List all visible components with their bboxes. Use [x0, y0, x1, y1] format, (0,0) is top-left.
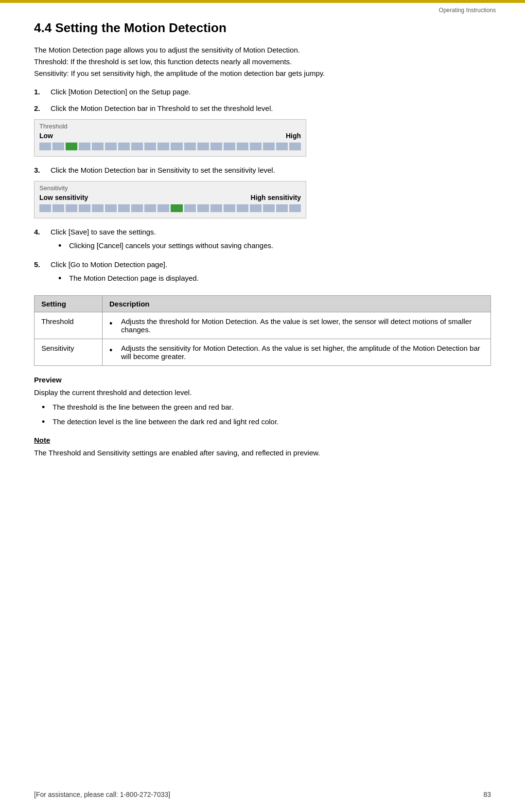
- sensitivity-segment-4[interactable]: [92, 204, 104, 212]
- sensitivity-segment-10[interactable]: [171, 204, 182, 212]
- step-2-num: 2.: [34, 103, 49, 114]
- table-col-setting: Setting: [35, 296, 103, 312]
- note-title: Note: [34, 436, 491, 444]
- sensitivity-segment-0[interactable]: [39, 204, 51, 212]
- threshold-segment-2[interactable]: [66, 143, 77, 150]
- sensitivity-segment-1[interactable]: [52, 204, 64, 212]
- intro-line1: The Motion Detection page allows you to …: [34, 46, 300, 54]
- threshold-low: Low: [39, 132, 53, 140]
- threshold-segment-13[interactable]: [210, 143, 222, 150]
- threshold-segment-5[interactable]: [105, 143, 117, 150]
- sensitivity-desc-text: Adjusts the sensitivity for Motion Detec…: [121, 344, 484, 361]
- sensitivity-segment-13[interactable]: [210, 204, 222, 212]
- sensitivity-segment-14[interactable]: [224, 204, 235, 212]
- threshold-segment-0[interactable]: [39, 143, 51, 150]
- footer-page-number: 83: [483, 791, 491, 798]
- table-cell-threshold-desc: • Adjusts the threshold for Motion Detec…: [103, 312, 491, 339]
- threshold-segment-15[interactable]: [237, 143, 248, 150]
- threshold-segment-17[interactable]: [263, 143, 275, 150]
- sensitivity-segment-12[interactable]: [197, 204, 209, 212]
- sensitivity-segment-11[interactable]: [184, 204, 196, 212]
- sensitivity-segment-18[interactable]: [276, 204, 288, 212]
- note-text: The Threshold and Sensitivity settings a…: [34, 447, 491, 459]
- step-5-text: Click [Go to Motion Detection page].: [51, 260, 167, 269]
- operating-instructions-label: Operating Instructions: [439, 7, 496, 14]
- sensitivity-segment-8[interactable]: [144, 204, 156, 212]
- sensitivity-label: Sensitivity: [39, 184, 301, 192]
- step-4-bullet-1-text: Clicking [Cancel] cancels your settings …: [69, 240, 273, 252]
- threshold-segment-19[interactable]: [289, 143, 301, 150]
- threshold-high: High: [286, 132, 301, 140]
- section-title: 4.4 Setting the Motion Detection: [34, 20, 491, 36]
- sensitivity-low-high: Low sensitivity High sensitivity: [39, 194, 301, 201]
- preview-bullet-2-text: The detection level is the line between …: [52, 416, 279, 428]
- table-cell-threshold-setting: Threshold: [35, 312, 103, 339]
- step-2-text: Click the Motion Detection bar in Thresh…: [51, 103, 491, 114]
- threshold-segment-3[interactable]: [79, 143, 90, 150]
- sensitivity-segment-5[interactable]: [105, 204, 117, 212]
- threshold-segment-10[interactable]: [171, 143, 182, 150]
- intro-line2: Threshold: If the threshold is set low, …: [34, 57, 292, 66]
- note-section: Note The Threshold and Sensitivity setti…: [34, 436, 491, 459]
- step-5: 5. Click [Go to Motion Detection page]. …: [34, 259, 491, 287]
- preview-bullet-1: • The threshold is the line between the …: [42, 401, 491, 414]
- step-5-bullet-1-text: The Motion Detection page is displayed.: [69, 272, 199, 284]
- threshold-segment-9[interactable]: [158, 143, 169, 150]
- threshold-label: Threshold: [39, 123, 301, 130]
- sensitivity-bar-track[interactable]: [39, 203, 301, 213]
- step-5-bullet-1: • The Motion Detection page is displayed…: [58, 272, 491, 285]
- threshold-segment-14[interactable]: [224, 143, 235, 150]
- threshold-segment-7[interactable]: [131, 143, 143, 150]
- threshold-low-high: Low High: [39, 132, 301, 140]
- threshold-desc-text: Adjusts the threshold for Motion Detecti…: [121, 317, 484, 334]
- table-cell-sensitivity-desc: • Adjusts the sensitivity for Motion Det…: [103, 339, 491, 366]
- sensitivity-segment-16[interactable]: [250, 204, 262, 212]
- step-4-bullet-1: • Clicking [Cancel] cancels your setting…: [58, 240, 491, 252]
- sensitivity-segment-6[interactable]: [118, 204, 130, 212]
- threshold-segment-8[interactable]: [144, 143, 156, 150]
- sensitivity-low: Low sensitivity: [39, 194, 88, 201]
- step-3-text: Click the Motion Detection bar in Sensit…: [51, 164, 491, 176]
- preview-bullets: • The threshold is the line between the …: [34, 401, 491, 428]
- threshold-segment-6[interactable]: [118, 143, 130, 150]
- threshold-segment-4[interactable]: [92, 143, 104, 150]
- step-1: 1. Click [Motion Detection] on the Setup…: [34, 86, 491, 98]
- sensitivity-widget[interactable]: Sensitivity Low sensitivity High sensiti…: [34, 181, 306, 218]
- threshold-segment-16[interactable]: [250, 143, 262, 150]
- preview-bullet-1-text: The threshold is the line between the gr…: [52, 401, 233, 413]
- step-3: 3. Click the Motion Detection bar in Sen…: [34, 164, 491, 176]
- sensitivity-segment-15[interactable]: [237, 204, 248, 212]
- step-4-bullets: • Clicking [Cancel] cancels your setting…: [51, 240, 491, 252]
- threshold-segment-12[interactable]: [197, 143, 209, 150]
- sensitivity-segment-7[interactable]: [131, 204, 143, 212]
- section-number: 4.4: [34, 20, 52, 35]
- step-3-num: 3.: [34, 164, 49, 176]
- section-heading: Setting the Motion Detection: [55, 20, 226, 35]
- step-2: 2. Click the Motion Detection bar in Thr…: [34, 103, 491, 114]
- step-5-bullets: • The Motion Detection page is displayed…: [51, 272, 491, 285]
- threshold-segment-1[interactable]: [52, 143, 64, 150]
- step-1-num: 1.: [34, 86, 49, 98]
- threshold-segment-11[interactable]: [184, 143, 196, 150]
- threshold-segment-18[interactable]: [276, 143, 288, 150]
- sensitivity-segment-9[interactable]: [158, 204, 169, 212]
- sensitivity-segment-19[interactable]: [289, 204, 301, 212]
- sensitivity-segment-3[interactable]: [79, 204, 90, 212]
- step-4-num: 4.: [34, 226, 49, 238]
- intro-line3: Sensitivity: If you set sensitivity high…: [34, 69, 325, 77]
- intro-paragraph: The Motion Detection page allows you to …: [34, 44, 491, 79]
- threshold-widget[interactable]: Threshold Low High: [34, 119, 306, 157]
- preview-text: Display the current threshold and detect…: [34, 387, 491, 398]
- preview-bullet-2: • The detection level is the line betwee…: [42, 416, 491, 428]
- step-4-text: Click [Save] to save the settings.: [51, 228, 156, 236]
- table-row: Sensitivity • Adjusts the sensitivity fo…: [35, 339, 491, 366]
- sensitivity-segment-17[interactable]: [263, 204, 275, 212]
- preview-section: Preview Display the current threshold an…: [34, 376, 491, 428]
- table-row: Threshold • Adjusts the threshold for Mo…: [35, 312, 491, 339]
- preview-title: Preview: [34, 376, 491, 384]
- threshold-bar-track[interactable]: [39, 142, 301, 151]
- settings-table: Setting Description Threshold • Adjusts …: [34, 295, 491, 366]
- table-header-row: Setting Description: [35, 296, 491, 312]
- footer-assistance: [For assistance, please call: 1-800-272-…: [34, 791, 170, 798]
- sensitivity-segment-2[interactable]: [66, 204, 77, 212]
